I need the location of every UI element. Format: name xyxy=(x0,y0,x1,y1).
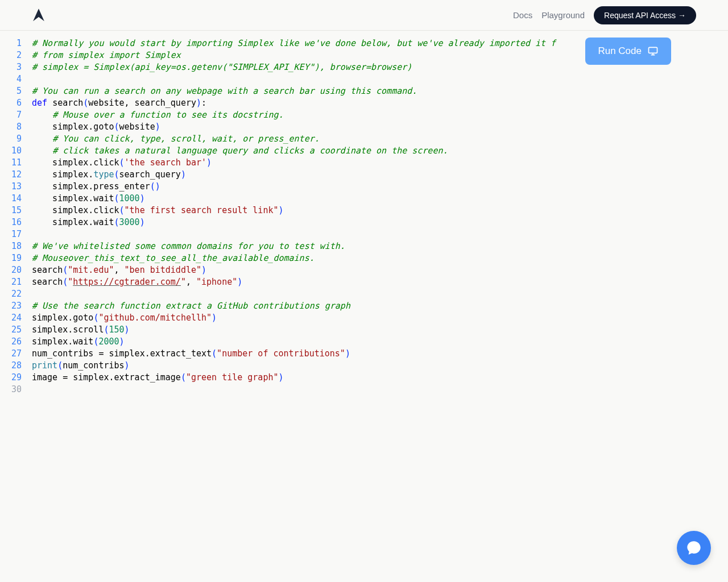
svg-rect-0 xyxy=(649,47,657,53)
code-line[interactable]: 28print(num_contribs) xyxy=(0,360,728,372)
line-content[interactable]: simplex.goto("github.com/mitchellh") xyxy=(32,312,728,324)
code-line[interactable]: 20search("mit.edu", "ben bitdiddle") xyxy=(0,264,728,276)
line-number: 6 xyxy=(0,97,32,109)
code-line[interactable]: 6def search(website, search_query): xyxy=(0,97,728,109)
line-content[interactable]: print(num_contribs) xyxy=(32,360,728,372)
line-number: 14 xyxy=(0,193,32,205)
line-content[interactable]: # You can run a search on any webpage wi… xyxy=(32,85,728,97)
line-content[interactable]: simplex.wait(1000) xyxy=(32,193,728,205)
code-line[interactable]: 14 simplex.wait(1000) xyxy=(0,193,728,205)
line-content[interactable]: simplex.goto(website) xyxy=(32,121,728,133)
line-number: 17 xyxy=(0,228,32,240)
code-line[interactable]: 8 simplex.goto(website) xyxy=(0,121,728,133)
line-number: 29 xyxy=(0,372,32,384)
chat-icon xyxy=(686,540,702,556)
line-content[interactable]: num_contribs = simplex.extract_text("num… xyxy=(32,348,728,360)
line-number: 11 xyxy=(0,157,32,169)
code-line[interactable]: 10 # click takes a natural language quer… xyxy=(0,145,728,157)
line-number: 5 xyxy=(0,85,32,97)
header: Docs Playground Request API Access → xyxy=(0,0,728,31)
line-content[interactable]: # click takes a natural language query a… xyxy=(32,145,728,157)
monitor-icon xyxy=(647,45,659,57)
code-line[interactable]: 21search("https://cgtrader.com/", "iphon… xyxy=(0,276,728,288)
code-line[interactable]: 9 # You can click, type, scroll, wait, o… xyxy=(0,133,728,145)
line-content[interactable]: simplex.type(search_query) xyxy=(32,169,728,181)
line-content[interactable] xyxy=(32,288,728,300)
code-line[interactable]: 29image = simplex.extract_image("green t… xyxy=(0,372,728,384)
code-line[interactable]: 19# Mouseover_this_text_to_see_all_the_a… xyxy=(0,252,728,264)
run-code-button[interactable]: Run Code xyxy=(585,38,671,65)
line-content[interactable] xyxy=(32,384,728,396)
line-number: 20 xyxy=(0,264,32,276)
line-number: 23 xyxy=(0,300,32,312)
line-number: 15 xyxy=(0,205,32,217)
line-content[interactable]: # Use the search function extract a GitH… xyxy=(32,300,728,312)
code-line[interactable]: 25simplex.scroll(150) xyxy=(0,324,728,336)
line-number: 10 xyxy=(0,145,32,157)
line-content[interactable]: search("mit.edu", "ben bitdiddle") xyxy=(32,264,728,276)
line-number: 1 xyxy=(0,38,32,49)
logo-icon[interactable] xyxy=(32,9,46,22)
line-number: 19 xyxy=(0,252,32,264)
line-number: 27 xyxy=(0,348,32,360)
line-content[interactable]: # Mouseover_this_text_to_see_all_the_ava… xyxy=(32,252,728,264)
line-number: 18 xyxy=(0,240,32,252)
code-line[interactable]: 15 simplex.click("the first search resul… xyxy=(0,205,728,217)
line-content[interactable]: image = simplex.extract_image("green til… xyxy=(32,372,728,384)
code-line[interactable]: 24simplex.goto("github.com/mitchellh") xyxy=(0,312,728,324)
editor[interactable]: Run Code 1# Normally you would start by … xyxy=(0,31,728,396)
line-number: 16 xyxy=(0,217,32,228)
line-content[interactable]: def search(website, search_query): xyxy=(32,97,728,109)
code-line[interactable]: 5# You can run a search on any webpage w… xyxy=(0,85,728,97)
code-line[interactable]: 26simplex.wait(2000) xyxy=(0,336,728,348)
code-line[interactable]: 22 xyxy=(0,288,728,300)
line-number: 12 xyxy=(0,169,32,181)
line-number: 22 xyxy=(0,288,32,300)
line-content[interactable]: simplex.click("the first search result l… xyxy=(32,205,728,217)
line-number: 25 xyxy=(0,324,32,336)
code-line[interactable]: 18# We've whitelisted some common domain… xyxy=(0,240,728,252)
line-number: 28 xyxy=(0,360,32,372)
line-number: 13 xyxy=(0,181,32,193)
line-content[interactable]: simplex.scroll(150) xyxy=(32,324,728,336)
nav: Docs Playground Request API Access → xyxy=(513,6,696,24)
line-content[interactable]: # You can click, type, scroll, wait, or … xyxy=(32,133,728,145)
line-number: 24 xyxy=(0,312,32,324)
code-line[interactable]: 7 # Mouse over a function to see its doc… xyxy=(0,109,728,121)
line-number: 3 xyxy=(0,61,32,73)
line-number: 26 xyxy=(0,336,32,348)
run-code-label: Run Code xyxy=(598,45,642,57)
code-line[interactable]: 11 simplex.click('the search bar') xyxy=(0,157,728,169)
line-number: 2 xyxy=(0,49,32,61)
line-content[interactable] xyxy=(32,228,728,240)
line-number: 21 xyxy=(0,276,32,288)
code-line[interactable]: 13 simplex.press_enter() xyxy=(0,181,728,193)
line-content[interactable]: search("https://cgtrader.com/", "iphone"… xyxy=(32,276,728,288)
line-content[interactable]: simplex.press_enter() xyxy=(32,181,728,193)
nav-playground[interactable]: Playground xyxy=(541,10,585,20)
line-content[interactable]: # We've whitelisted some common domains … xyxy=(32,240,728,252)
line-content[interactable]: # Mouse over a function to see its docst… xyxy=(32,109,728,121)
code-line[interactable]: 17 xyxy=(0,228,728,240)
code-line[interactable]: 23# Use the search function extract a Gi… xyxy=(0,300,728,312)
line-content[interactable]: simplex.wait(3000) xyxy=(32,217,728,228)
line-content[interactable]: simplex.wait(2000) xyxy=(32,336,728,348)
nav-docs[interactable]: Docs xyxy=(513,10,532,20)
chat-bubble-button[interactable] xyxy=(677,531,711,565)
line-number: 7 xyxy=(0,109,32,121)
code-line[interactable]: 27num_contribs = simplex.extract_text("n… xyxy=(0,348,728,360)
line-number: 4 xyxy=(0,73,32,85)
request-api-button[interactable]: Request API Access → xyxy=(594,6,696,24)
line-number: 9 xyxy=(0,133,32,145)
line-content[interactable]: simplex.click('the search bar') xyxy=(32,157,728,169)
code-line[interactable]: 4 xyxy=(0,73,728,85)
code-line[interactable]: 30 xyxy=(0,384,728,396)
code-line[interactable]: 12 simplex.type(search_query) xyxy=(0,169,728,181)
code-area[interactable]: 1# Normally you would start by importing… xyxy=(0,38,728,396)
code-line[interactable]: 16 simplex.wait(3000) xyxy=(0,217,728,228)
line-number: 8 xyxy=(0,121,32,133)
line-content[interactable] xyxy=(32,73,728,85)
line-number: 30 xyxy=(0,384,32,396)
